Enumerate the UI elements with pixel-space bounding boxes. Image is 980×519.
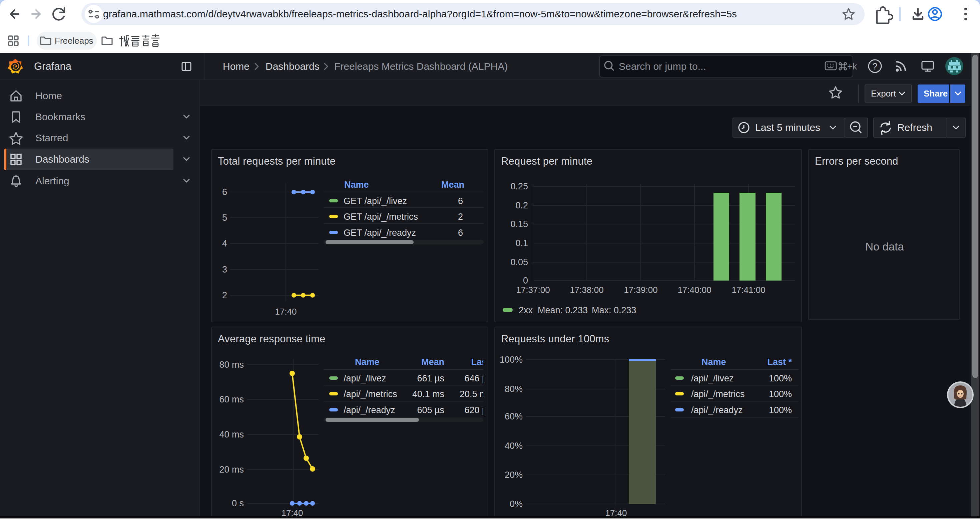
svg-text:2: 2 xyxy=(222,290,227,300)
svg-text:20%: 20% xyxy=(505,470,523,480)
svg-text:2xx: 2xx xyxy=(519,305,533,315)
svg-text:17:37:00: 17:37:00 xyxy=(516,285,550,295)
svg-text:0.25: 0.25 xyxy=(510,181,528,192)
svg-text:0.2: 0.2 xyxy=(515,200,528,211)
svg-text:0.15: 0.15 xyxy=(510,219,528,229)
svg-text:17:38:00: 17:38:00 xyxy=(570,285,603,295)
svg-text:?: ? xyxy=(872,61,877,72)
svg-text:0%: 0% xyxy=(510,499,523,509)
svg-text:17:40:00: 17:40:00 xyxy=(678,285,711,295)
svg-text:0.1: 0.1 xyxy=(515,238,528,248)
svg-text:5: 5 xyxy=(222,213,227,223)
svg-text:17:39:00: 17:39:00 xyxy=(624,285,657,295)
svg-text:60%: 60% xyxy=(505,412,523,422)
svg-text:20 ms: 20 ms xyxy=(219,465,244,474)
svg-text:Max: 0.233: Max: 0.233 xyxy=(592,305,636,315)
svg-text:80%: 80% xyxy=(505,384,523,394)
svg-text:17:40: 17:40 xyxy=(275,307,296,316)
svg-text:6: 6 xyxy=(222,187,227,197)
svg-text:Mean: 0.233: Mean: 0.233 xyxy=(538,305,588,315)
svg-text:40%: 40% xyxy=(505,441,523,451)
svg-text:0: 0 xyxy=(523,276,528,286)
svg-text:40 ms: 40 ms xyxy=(219,430,244,439)
svg-text:0.05: 0.05 xyxy=(510,257,528,267)
svg-text:0 s: 0 s xyxy=(232,498,244,508)
svg-text:17:41:00: 17:41:00 xyxy=(732,285,765,295)
svg-text:3: 3 xyxy=(222,265,227,275)
svg-text:4: 4 xyxy=(222,238,227,249)
svg-text:100%: 100% xyxy=(500,355,523,365)
